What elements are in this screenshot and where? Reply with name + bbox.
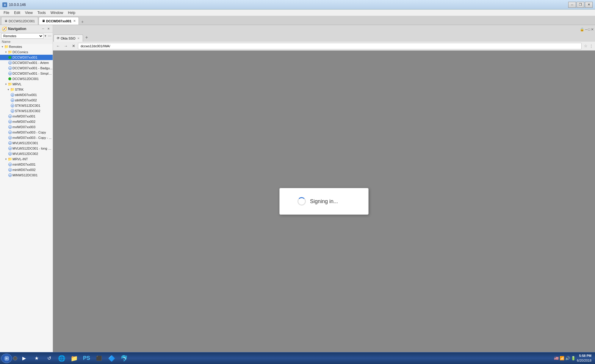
filter-more-btn[interactable]: ⋯ xyxy=(48,34,51,38)
tree-mrvl-int[interactable]: ▼ 📁 MRVL-INT xyxy=(0,156,53,162)
expand-icon-strk: ▼ xyxy=(7,88,10,91)
tab-close-1[interactable]: ✕ xyxy=(73,19,76,23)
browser-lock-btn[interactable]: 🔒 xyxy=(580,27,584,32)
tray-icon-network[interactable]: 📶 xyxy=(560,356,564,360)
forward-button[interactable]: → xyxy=(62,43,69,49)
close-button[interactable]: ✕ xyxy=(585,2,593,8)
sidebar-collapse-btn[interactable]: ─ xyxy=(41,26,46,31)
remote-icon-2: @ xyxy=(8,72,12,75)
sidebar-close-btn[interactable]: ✕ xyxy=(46,26,51,31)
tree-item-mvlwd07xx001[interactable]: @ mvlWD07xx001 xyxy=(0,114,53,119)
browser-menu-icon[interactable]: ⋮ xyxy=(589,44,593,48)
taskbar-app-cmd[interactable]: ⬛ xyxy=(93,354,105,363)
remote-icon-mvl0: @ xyxy=(8,114,12,118)
item-label-stkws12dc002: STKWS12DC002 xyxy=(15,109,40,113)
address-input[interactable] xyxy=(78,43,582,49)
sidebar-header: 🧭 Navigation ─ ✕ xyxy=(0,25,53,33)
tray-icon-speaker[interactable]: 🔊 xyxy=(565,356,570,360)
folder-icon-remotes: 📁 xyxy=(4,45,8,48)
browser-min-btn[interactable]: ─ xyxy=(585,27,588,32)
tree-item-minws12dc001[interactable]: @ MINWS12DC001 xyxy=(0,172,53,178)
browser-tab-label-0: Okta SSO xyxy=(61,37,76,40)
tree-item-stkwd07xx002[interactable]: @ stkWD07xx002 xyxy=(0,98,53,103)
folder-icon-dccomics: 📁 xyxy=(8,50,12,54)
tree-item-dccwd07xx001[interactable]: DCCWD07xx001 xyxy=(0,55,53,60)
taskbar-app-chrome[interactable]: 🌐 xyxy=(56,354,67,363)
start-button[interactable]: ⊞ xyxy=(1,354,12,363)
browser-tab-okta[interactable]: ⟳ Okta SSO ✕ xyxy=(54,34,83,42)
item-label-mvlws12dc001: MVLWS12DC001 xyxy=(12,141,38,145)
tree-strk[interactable]: ▼ 📁 STRK xyxy=(0,87,53,92)
filter-select[interactable]: Remotes xyxy=(1,33,43,39)
remote-icon-min2: @ xyxy=(8,173,12,177)
remote-icon-stk0: @ xyxy=(11,93,14,97)
tray-icon-battery[interactable]: 🔋 xyxy=(571,356,576,360)
restore-button[interactable]: ❐ xyxy=(577,2,584,8)
browser-tab-close-0[interactable]: ✕ xyxy=(77,37,80,40)
tree-mrvl[interactable]: ▼ 📁 MRVL xyxy=(0,81,53,87)
new-browser-tab-btn[interactable]: + xyxy=(84,35,90,40)
menu-view[interactable]: View xyxy=(23,10,35,15)
bookmark-star-icon[interactable]: ☆ xyxy=(584,44,588,48)
taskbar-app-refresh[interactable]: ↺ xyxy=(43,354,55,363)
windows-logo-icon: ⊞ xyxy=(4,355,9,362)
item-label-mvlws12dc001-long: MVLWS12DC001 - long user xyxy=(12,147,53,150)
explorer-icon: 📁 xyxy=(71,355,78,362)
taskbar-indicator-dot xyxy=(13,356,17,360)
tree-item-dccwd07xx001-badgu[interactable]: @ DCCWD07xx001 - Badgu... xyxy=(0,65,53,71)
tree-item-minwd07xx001[interactable]: @ minWD07xx001 xyxy=(0,162,53,167)
taskbar-app-blue[interactable]: 🔷 xyxy=(106,354,117,363)
sidebar-title: Navigation xyxy=(8,27,26,31)
tree-remotes-root[interactable]: ▼ 📁 Remotes xyxy=(0,44,53,49)
item-label-badgu: DCCWD07xx001 - Badgu... xyxy=(12,66,53,70)
folder-icon-mrvl: 📁 xyxy=(8,82,12,86)
reload-button[interactable]: ✕ xyxy=(70,43,77,49)
tree-item-mvlwd07xx003[interactable]: @ mvlWD07xx003 xyxy=(0,124,53,130)
tree-item-mvlwd07xx002[interactable]: @ mvlWD07xx002 xyxy=(0,119,53,124)
tab-dccwd07xx001[interactable]: 🖥 DCCWD07xx001 ✕ xyxy=(39,17,79,25)
remote-icon-1: @ xyxy=(8,66,12,70)
menu-help[interactable]: Help xyxy=(66,10,78,15)
tree-item-dccws12dc001[interactable]: DCCWS12DC001 xyxy=(0,76,53,81)
browser-max-btn[interactable]: □ xyxy=(588,27,590,32)
tree-dccomics[interactable]: ▼ 📁 DCComics xyxy=(0,49,53,55)
tree-item-stkws12dc002[interactable]: @ STKWS12DC002 xyxy=(0,108,53,114)
menu-file[interactable]: File xyxy=(1,10,12,15)
taskbar-clock[interactable]: 5:58 PM 6/20/2018 xyxy=(577,354,591,363)
menu-tools[interactable]: Tools xyxy=(35,10,48,15)
taskbar-app-play[interactable]: ▶ xyxy=(18,354,30,363)
tree-item-dccwd07xx001-artem[interactable]: @ DCCWD07xx001 - Artem xyxy=(0,60,53,65)
item-label-stkwd07xx001: stkWD07xx001 xyxy=(15,93,37,97)
taskbar-app-fish[interactable]: 🐬 xyxy=(118,354,130,363)
taskbar-app-explorer[interactable]: 📁 xyxy=(68,354,80,363)
tree-item-dccwd07xx001-simple[interactable]: @ DCCWD07xx001 - Simple... xyxy=(0,71,53,76)
tray-icons: 🇺🇸 📶 🔊 🔋 xyxy=(554,356,576,360)
tree-item-minwd07xx002[interactable]: @ minWD07xx002 xyxy=(0,167,53,172)
item-label-mvlwd07xx003: mvlWD07xx003 xyxy=(12,125,35,129)
filter-options-btn[interactable]: ▼ xyxy=(44,34,47,37)
menu-edit[interactable]: Edit xyxy=(12,10,23,15)
connection-tab-bar: 🖥 DCCWS12DC001 🖥 DCCWD07xx001 ✕ + xyxy=(0,16,595,25)
tab-dccws12dc001[interactable]: 🖥 DCCWS12DC001 xyxy=(1,17,38,25)
back-button[interactable]: ← xyxy=(55,43,61,49)
tree-item-stkwd07xx001[interactable]: @ stkWD07xx001 xyxy=(0,92,53,98)
taskbar: ⊞ ▶ ★ ↺ 🌐 📁 PS ⬛ 🔷 🐬 xyxy=(0,352,595,364)
tree-item-mvlws12dc001[interactable]: @ MVLWS12DC001 xyxy=(0,140,53,146)
signing-dialog: Signing in... xyxy=(279,188,369,215)
browser-tab-bar: ⟳ Okta SSO ✕ + xyxy=(53,33,595,42)
remote-icon-mvl4: @ xyxy=(8,136,12,139)
minimize-button[interactable]: ─ xyxy=(568,2,576,8)
tree-item-mvlws12dc002[interactable]: @ MVLWS12DC002 xyxy=(0,151,53,156)
tray-icon-flag[interactable]: 🇺🇸 xyxy=(554,356,559,360)
tree-item-stkws12dc001[interactable]: @ STKWS12DC001 xyxy=(0,103,53,108)
tree-item-mvlws12dc001-long[interactable]: @ MVLWS12DC001 - long user xyxy=(0,146,53,151)
menu-window[interactable]: Window xyxy=(48,10,66,15)
tree-item-mvlwd07xx003-copy[interactable]: @ mvlWD07xx003 - Copy xyxy=(0,130,53,135)
browser-chrome-controls: 🔒 ─ □ ✕ xyxy=(53,25,595,33)
taskbar-app-powershell[interactable]: PS xyxy=(81,354,92,363)
browser-close-btn[interactable]: ✕ xyxy=(591,27,594,32)
taskbar-app-star[interactable]: ★ xyxy=(31,354,42,363)
new-tab-button[interactable]: + xyxy=(79,19,85,25)
remote-icon-stk3: @ xyxy=(11,109,14,113)
tree-item-mvlwd07xx003-copy2[interactable]: @ mvlWD07xx003 - Copy - ... xyxy=(0,135,53,140)
